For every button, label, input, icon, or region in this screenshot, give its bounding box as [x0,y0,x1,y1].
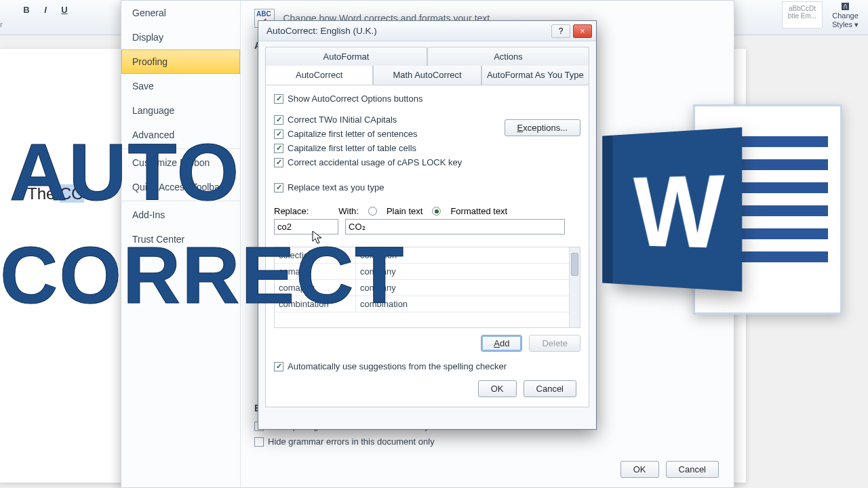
tab-autocorrect[interactable]: AutoCorrect [265,66,373,85]
hide-grammar-checkbox[interactable] [254,437,264,447]
add-button[interactable]: Add [481,335,522,352]
sidebar-item-proofing[interactable]: Proofing [121,49,240,74]
close-button[interactable]: × [573,24,592,38]
tab-actions[interactable]: Actions [427,47,589,66]
dialog-ok-button[interactable]: OK [478,380,517,397]
caps-lock-label: Correct accidental usage of cAPS LOCK ke… [288,157,462,167]
formatted-text-label: Formatted text [450,206,507,216]
replace-text-checkbox[interactable] [274,183,283,192]
autocorrect-dialog: AutoCorrect: English (U.K.) ? × AutoForm… [258,20,597,430]
change-styles-button[interactable]: 🅰 Change Styles ▾ [832,1,859,30]
help-button[interactable]: ? [551,24,570,38]
tab-math-autocorrect[interactable]: Math AutoCorrect [373,66,481,85]
two-initial-caps-label: Correct TWo INitial CApitals [288,115,397,125]
style-tile[interactable]: aBbCcDt btle Em... [782,1,823,28]
hide-grammar-label: Hide grammar errors in this document onl… [268,436,435,447]
plain-text-radio[interactable] [368,207,377,216]
dialog-title: AutoCorrect: English (U.K.) [267,26,549,36]
tab-autoformat[interactable]: AutoFormat [265,47,427,66]
paint-icon: 🅰 [842,3,849,11]
tab-autoformat-as-you-type[interactable]: AutoFormat As You Type [481,66,589,85]
options-cancel-button[interactable]: Cancel [666,461,719,478]
style-tile-text: aBbCcDt [789,5,816,12]
caps-lock-checkbox[interactable] [274,158,283,167]
replace-text-label: Replace text as you type [288,182,384,192]
capitalize-table-label: Capitalize first letter of table cells [288,143,416,153]
sidebar-item-language[interactable]: Language [121,98,240,123]
show-options-label: Show AutoCorrect Options buttons [288,94,422,104]
word-logo-icon: W [606,104,842,314]
delete-button[interactable]: Delete [529,335,580,352]
capitalize-table-checkbox[interactable] [274,144,283,153]
ribbon-group-label: r [0,20,3,28]
bold-button[interactable]: B [19,3,34,18]
exceptions-button[interactable]: Exceptions... [505,119,580,136]
change-styles-label2: Styles ▾ [832,20,859,28]
show-options-checkbox[interactable] [274,94,283,104]
options-ok-button[interactable]: OK [620,461,659,478]
scrollbar[interactable] [569,247,580,327]
sidebar-item-display[interactable]: Display [121,25,240,49]
overlay-title-line2: CORRECT [0,229,405,321]
auto-suggestions-checkbox[interactable] [274,362,283,371]
formatted-text-radio[interactable] [432,207,441,216]
italic-button[interactable]: I [38,3,53,18]
plain-text-label: Plain text [387,206,422,216]
replace-label: Replace: [274,206,309,216]
capitalize-sentences-label: Capitalize first letter of sentences [288,129,417,139]
sidebar-item-save[interactable]: Save [121,74,240,98]
with-label: With: [338,206,359,216]
overlay-title-line1: AUTO [9,126,240,218]
sidebar-item-general[interactable]: General [121,1,240,25]
two-initial-caps-checkbox[interactable] [274,115,283,125]
auto-suggestions-label: Automatically use suggestions from the s… [288,361,507,371]
underline-button[interactable]: U [57,3,72,18]
style-tile-name: btle Em... [788,12,816,20]
dialog-cancel-button[interactable]: Cancel [524,380,576,397]
dialog-titlebar[interactable]: AutoCorrect: English (U.K.) ? × [258,21,596,41]
change-styles-label1: Change [832,12,859,20]
scrollbar-thumb[interactable] [571,253,578,276]
capitalize-sentences-checkbox[interactable] [274,129,283,139]
